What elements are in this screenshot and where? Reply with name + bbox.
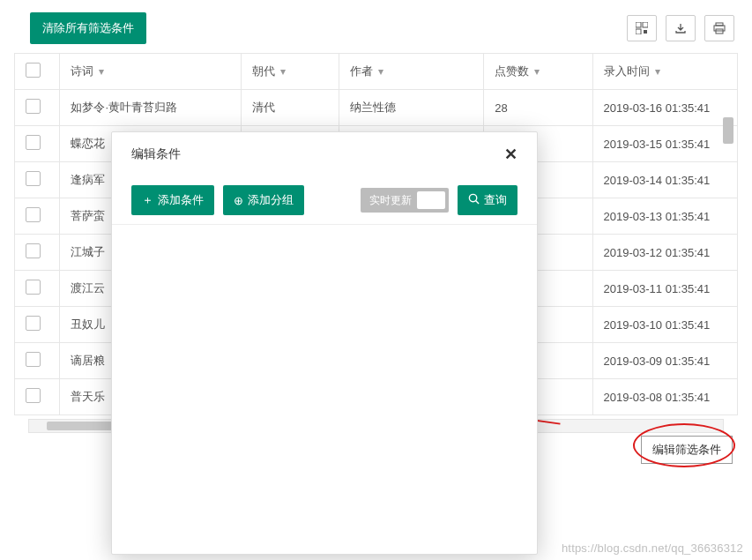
- export-icon[interactable]: [666, 15, 696, 41]
- cell-time: 2019-03-16 01:35:41: [592, 90, 737, 126]
- cell-time: 2019-03-08 01:35:41: [592, 379, 737, 415]
- cell-time: 2019-03-15 01:35:41: [592, 126, 737, 162]
- cell-likes: 28: [484, 90, 592, 126]
- svg-rect-1: [643, 22, 648, 27]
- search-icon: [468, 193, 480, 207]
- filter-icon[interactable]: ▾: [655, 65, 660, 78]
- toolbar-actions: [627, 15, 734, 41]
- modal-title: 编辑条件: [131, 146, 181, 162]
- cell-time: 2019-03-13 01:35:41: [592, 198, 737, 235]
- header-poem-label: 诗词: [71, 64, 93, 78]
- cell-author: 纳兰性德: [339, 90, 483, 126]
- row-checkbox[interactable]: [26, 352, 41, 367]
- add-condition-button[interactable]: ＋ 添加条件: [131, 185, 214, 215]
- realtime-toggle[interactable]: 实时更新: [361, 188, 449, 213]
- modal-toolbar: ＋ 添加条件 ⊕ 添加分组 实时更新 查询: [112, 176, 537, 225]
- add-group-button[interactable]: ⊕ 添加分组: [223, 185, 304, 215]
- cell-time: 2019-03-11 01:35:41: [592, 271, 737, 307]
- header-dynasty-label: 朝代: [252, 64, 275, 78]
- edit-filter-tooltip: 编辑筛选条件: [641, 436, 733, 464]
- header-likes[interactable]: 点赞数▾: [484, 54, 592, 90]
- select-all-checkbox[interactable]: [26, 63, 41, 78]
- row-checkbox-cell: [15, 271, 60, 307]
- plus-icon: ＋: [142, 192, 153, 208]
- cell-time: 2019-03-12 01:35:41: [592, 235, 737, 271]
- row-checkbox[interactable]: [26, 280, 41, 295]
- filter-icon[interactable]: ▾: [534, 65, 540, 78]
- add-group-label: 添加分组: [248, 192, 294, 208]
- realtime-label: 实时更新: [369, 193, 412, 208]
- modal-header: 编辑条件 ✕: [112, 132, 537, 176]
- row-checkbox-cell: [15, 379, 60, 415]
- header-time[interactable]: 录入时间▾: [592, 54, 737, 90]
- row-checkbox[interactable]: [26, 316, 41, 331]
- clear-filters-button[interactable]: 清除所有筛选条件: [30, 12, 146, 44]
- qr-icon[interactable]: [627, 15, 657, 41]
- row-checkbox[interactable]: [26, 135, 41, 150]
- cell-time: 2019-03-09 01:35:41: [592, 343, 737, 379]
- cell-time: 2019-03-10 01:35:41: [592, 307, 737, 343]
- row-checkbox[interactable]: [26, 171, 41, 186]
- row-checkbox[interactable]: [26, 207, 41, 222]
- svg-rect-3: [644, 30, 647, 34]
- table-header-row: 诗词▾ 朝代▾ 作者▾ 点赞数▾ 录入时间▾: [15, 54, 738, 90]
- row-checkbox[interactable]: [26, 243, 41, 258]
- close-icon[interactable]: ✕: [504, 145, 517, 164]
- row-checkbox[interactable]: [26, 99, 41, 114]
- toggle-switch[interactable]: [417, 191, 445, 209]
- print-icon[interactable]: [704, 15, 734, 41]
- row-checkbox-cell: [15, 126, 60, 162]
- header-author[interactable]: 作者▾: [339, 54, 483, 90]
- toolbar: 清除所有筛选条件: [0, 0, 752, 53]
- svg-rect-0: [636, 22, 641, 27]
- table-row[interactable]: 如梦令·黄叶青苔归路清代纳兰性德282019-03-16 01:35:41: [15, 90, 738, 126]
- row-checkbox-cell: [15, 90, 60, 126]
- plus-circle-icon: ⊕: [234, 194, 243, 207]
- watermark: https://blog.csdn.net/qq_36636312: [562, 541, 743, 555]
- svg-line-8: [476, 201, 479, 204]
- edit-condition-modal: 编辑条件 ✕ ＋ 添加条件 ⊕ 添加分组 实时更新 查询: [111, 131, 538, 555]
- filter-icon[interactable]: ▾: [378, 65, 383, 78]
- cell-time: 2019-03-14 01:35:41: [592, 162, 737, 198]
- header-author-label: 作者: [350, 64, 373, 78]
- row-checkbox-cell: [15, 235, 60, 271]
- row-checkbox[interactable]: [26, 388, 41, 403]
- header-time-label: 录入时间: [604, 64, 650, 78]
- filter-icon[interactable]: ▾: [280, 65, 286, 78]
- row-checkbox-cell: [15, 343, 60, 379]
- search-label: 查询: [484, 192, 507, 208]
- svg-point-7: [469, 194, 476, 201]
- svg-rect-2: [636, 29, 641, 34]
- row-checkbox-cell: [15, 307, 60, 343]
- header-checkbox-cell: [15, 54, 60, 90]
- vertical-scrollbar[interactable]: [720, 101, 736, 419]
- row-checkbox-cell: [15, 198, 60, 235]
- header-dynasty[interactable]: 朝代▾: [241, 54, 339, 90]
- add-condition-label: 添加条件: [158, 192, 204, 208]
- header-poem[interactable]: 诗词▾: [60, 54, 242, 90]
- row-checkbox-cell: [15, 162, 60, 198]
- filter-icon[interactable]: ▾: [99, 65, 104, 78]
- search-button[interactable]: 查询: [458, 185, 517, 215]
- cell-poem: 如梦令·黄叶青苔归路: [60, 90, 242, 126]
- cell-dynasty: 清代: [241, 90, 339, 126]
- scrollbar-thumb[interactable]: [723, 117, 733, 144]
- header-likes-label: 点赞数: [495, 64, 529, 78]
